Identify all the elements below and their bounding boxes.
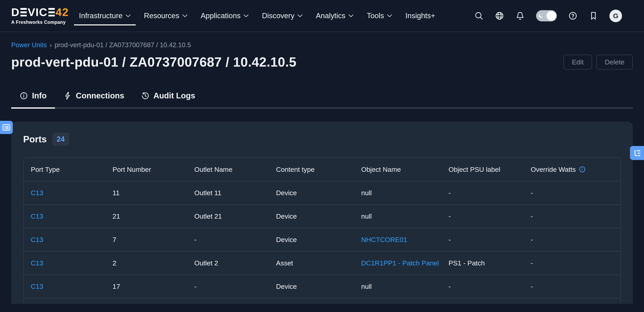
- list-details-icon: [2, 124, 10, 131]
- main-menu: Infrastructure Resources Applications Di…: [72, 0, 442, 32]
- nav-item-tools[interactable]: Tools: [360, 0, 399, 32]
- moon-icon: [538, 13, 544, 19]
- table-row: C13 2 Outlet 2 Asset DC1R1PP1 - Patch Pa…: [24, 251, 620, 275]
- chevron-down-icon: [182, 14, 188, 18]
- ports-table-header-row: Port Type Port Number Outlet Name Conten…: [24, 158, 620, 181]
- table-row: C13 17 - Device null - -: [24, 275, 620, 298]
- detail-tabs: Info Connections Audit Logs: [11, 85, 633, 109]
- port-number-cell: 7: [112, 236, 194, 244]
- outlet-name-cell: Outlet 21: [194, 212, 276, 220]
- ports-section-title: Ports: [23, 134, 47, 145]
- port-number-cell: 11: [112, 189, 194, 197]
- chevron-down-icon: [244, 14, 249, 18]
- column-header-override-watts: Override Watts: [531, 166, 620, 173]
- port-type-link[interactable]: C13: [31, 212, 112, 220]
- object-psu-label-cell: -: [448, 236, 531, 244]
- override-watts-cell: -: [531, 189, 620, 197]
- table-row-clipped: [24, 298, 620, 304]
- port-type-link[interactable]: C13: [31, 259, 112, 267]
- edit-button[interactable]: Edit: [564, 55, 592, 70]
- notifications-bell-icon[interactable]: [516, 11, 525, 21]
- port-type-link[interactable]: C13: [31, 282, 112, 290]
- delete-button[interactable]: Delete: [596, 55, 633, 70]
- page-title: prod-vert-pdu-01 / ZA0737007687 / 10.42.…: [11, 54, 296, 70]
- table-row: C13 11 Outlet 11 Device null - -: [24, 181, 620, 204]
- column-header-content-type: Content type: [276, 166, 361, 173]
- nav-item-infrastructure[interactable]: Infrastructure: [72, 0, 137, 32]
- breadcrumb-power-units-link[interactable]: Power Units: [11, 41, 47, 49]
- column-header-port-type: Port Type: [31, 166, 112, 173]
- nav-item-discovery[interactable]: Discovery: [255, 0, 309, 32]
- tree-view-button[interactable]: [630, 146, 644, 160]
- port-type-link[interactable]: C13: [31, 236, 112, 244]
- top-navigation-bar: DVIC42 A Freshworks Company Infrastructu…: [0, 0, 644, 32]
- device42-logo[interactable]: DVIC42 A Freshworks Company: [11, 7, 69, 25]
- chevron-down-icon: [387, 14, 392, 18]
- override-watts-cell: -: [531, 259, 620, 267]
- object-name-cell: null: [361, 282, 448, 290]
- object-name-cell: null: [361, 212, 448, 220]
- content-type-cell: Device: [276, 189, 361, 197]
- ports-card: Ports 24 Port Type Port Number Outlet Na…: [11, 122, 633, 304]
- object-psu-label-cell: -: [448, 189, 531, 197]
- ports-table: Port Type Port Number Outlet Name Conten…: [23, 157, 621, 304]
- outlet-name-cell: Outlet 11: [194, 189, 276, 197]
- object-psu-label-cell: PS1 - Patch: [448, 259, 531, 267]
- port-number-cell: 2: [112, 259, 194, 267]
- info-icon[interactable]: [579, 166, 586, 173]
- tab-connections[interactable]: Connections: [55, 85, 132, 109]
- user-avatar[interactable]: G: [610, 10, 622, 22]
- info-icon: [20, 92, 28, 100]
- content-type-cell: Device: [276, 236, 361, 244]
- logo-letter-e: [48, 8, 55, 17]
- nav-item-applications[interactable]: Applications: [194, 0, 256, 32]
- bookmark-icon[interactable]: [589, 11, 598, 21]
- header-actions: G: [474, 10, 633, 22]
- override-watts-cell: -: [531, 282, 620, 290]
- object-name-link[interactable]: DC1R1PP1 - Patch Panel: [361, 259, 448, 267]
- column-header-outlet-name: Outlet Name: [194, 166, 276, 173]
- content-type-cell: Device: [276, 212, 361, 220]
- object-psu-label-cell: -: [448, 212, 531, 220]
- table-of-contents-button[interactable]: [0, 121, 13, 134]
- nav-item-analytics[interactable]: Analytics: [309, 0, 360, 32]
- freshworks-tagline: A Freshworks Company: [11, 20, 69, 25]
- page-actions: Edit Delete: [564, 55, 633, 70]
- table-row: C13 21 Outlet 21 Device null - -: [24, 204, 620, 228]
- column-header-port-number: Port Number: [112, 166, 194, 173]
- history-icon: [141, 92, 150, 100]
- search-icon[interactable]: [474, 11, 484, 21]
- breadcrumb-current: prod-vert-pdu-01 / ZA0737007687 / 10.42.…: [54, 41, 191, 49]
- dark-mode-toggle[interactable]: [536, 10, 557, 22]
- content-type-cell: Device: [276, 282, 361, 290]
- logo-42: 42: [56, 7, 69, 18]
- ports-count-badge: 24: [52, 133, 69, 146]
- device42-logo-text: DVIC42: [11, 7, 69, 18]
- outlet-name-cell: -: [194, 282, 276, 290]
- language-globe-icon[interactable]: [495, 11, 504, 21]
- port-number-cell: 21: [112, 212, 194, 220]
- toggle-knob: [546, 11, 556, 21]
- column-header-object-psu-label: Object PSU label: [448, 166, 531, 173]
- nav-item-resources[interactable]: Resources: [137, 0, 194, 32]
- list-tree-icon: [633, 149, 641, 157]
- object-psu-label-cell: -: [448, 282, 531, 290]
- override-watts-cell: -: [531, 236, 620, 244]
- object-name-link[interactable]: NHCTCORE01: [361, 236, 448, 244]
- tab-info[interactable]: Info: [11, 85, 55, 109]
- table-row: C13 7 - Device NHCTCORE01 - -: [24, 228, 620, 251]
- nav-item-insights-plus[interactable]: Insights+: [399, 0, 442, 32]
- object-name-cell: null: [361, 189, 448, 197]
- breadcrumb-separator: ›: [50, 41, 52, 49]
- tab-audit-logs[interactable]: Audit Logs: [133, 85, 204, 109]
- outlet-name-cell: -: [194, 236, 276, 244]
- chevron-down-icon: [126, 14, 131, 18]
- help-icon[interactable]: [568, 11, 578, 21]
- port-number-cell: 17: [112, 282, 194, 290]
- logo-letter-e: [20, 8, 27, 17]
- outlet-name-cell: Outlet 2: [194, 259, 276, 267]
- port-type-link[interactable]: C13: [31, 189, 112, 197]
- chevron-down-icon: [348, 14, 354, 18]
- column-header-object-name: Object Name: [361, 166, 448, 173]
- breadcrumb: Power Units › prod-vert-pdu-01 / ZA07370…: [11, 41, 633, 49]
